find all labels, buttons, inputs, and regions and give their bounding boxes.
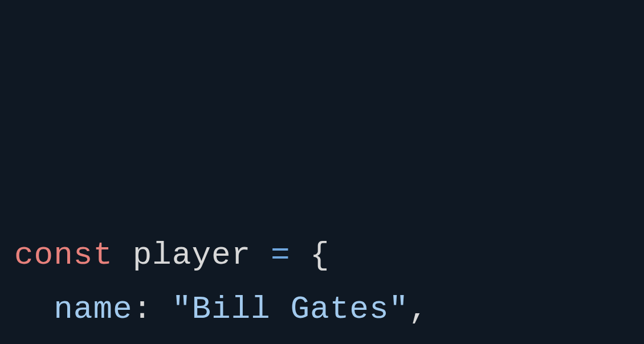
colon: : [133,291,153,327]
string-value: "Bill Gates" [172,291,409,327]
keyword-const: const [14,237,113,273]
comma: , [409,291,429,327]
code-block: const player = { name: "Bill Gates", hea… [14,228,630,344]
variable-name: player [133,237,251,273]
property-name: name [54,291,132,327]
brace-open: { [310,237,330,273]
operator-equals: = [271,237,291,273]
